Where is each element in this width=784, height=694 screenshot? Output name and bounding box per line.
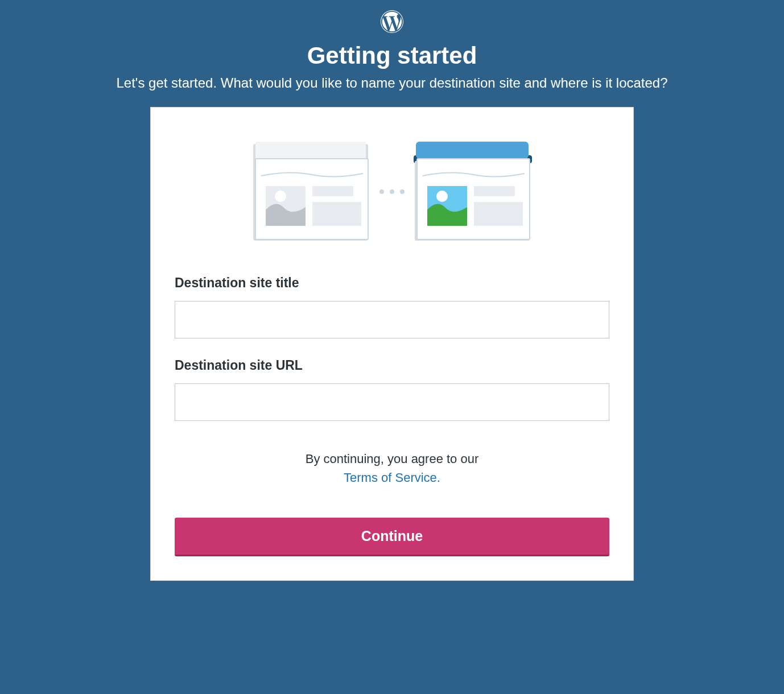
site-url-input[interactable] [175, 383, 609, 421]
page-title: Getting started [307, 42, 477, 69]
svg-rect-13 [474, 186, 515, 196]
continue-button[interactable]: Continue [175, 518, 609, 556]
site-title-label: Destination site title [175, 275, 609, 291]
site-title-input[interactable] [175, 301, 609, 338]
source-site-mockup-icon [252, 142, 370, 241]
svg-rect-6 [312, 202, 361, 226]
svg-rect-5 [312, 186, 353, 196]
svg-point-12 [436, 191, 448, 202]
terms-of-service-link[interactable]: Terms of Service. [344, 470, 440, 485]
svg-rect-8 [416, 142, 529, 159]
site-title-group: Destination site title [175, 275, 609, 338]
setup-card: Destination site title Destination site … [150, 107, 634, 581]
svg-point-4 [275, 191, 286, 202]
wordpress-logo-container [381, 10, 403, 35]
migration-illustration [175, 142, 609, 241]
terms-prefix: By continuing, you agree to our [306, 452, 479, 466]
page-subtitle: Let's get started. What would you like t… [116, 75, 667, 91]
terms-notice: By continuing, you agree to our Terms of… [175, 449, 609, 487]
transfer-dots-icon [379, 189, 405, 194]
svg-rect-14 [474, 202, 523, 226]
wordpress-logo-icon [381, 10, 403, 33]
destination-site-mockup-icon [414, 142, 532, 241]
site-url-group: Destination site URL [175, 358, 609, 421]
site-url-label: Destination site URL [175, 358, 609, 373]
